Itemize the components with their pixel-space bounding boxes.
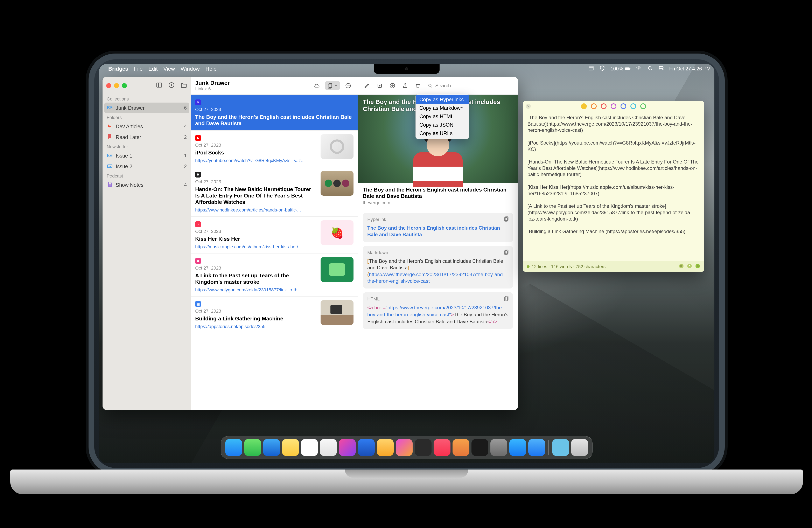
menubar-app-name[interactable]: Bridges — [108, 66, 128, 72]
share-button[interactable] — [400, 81, 410, 90]
dock-app-arc[interactable] — [339, 439, 356, 456]
sidebar-item[interactable]: Show Notes 4 — [103, 180, 191, 190]
bookmark-icon — [107, 133, 113, 141]
sidebar-item[interactable]: Junk Drawer 6 — [104, 102, 189, 113]
more-ellipsis-button[interactable] — [343, 81, 353, 90]
search-icon — [427, 83, 433, 88]
copy-menu-item[interactable]: Copy as JSON — [416, 121, 469, 129]
dock-app-notes[interactable] — [282, 439, 299, 456]
dock-screenshot[interactable] — [552, 439, 569, 456]
dock-trash[interactable] — [571, 439, 588, 456]
list-header: Junk Drawer Links: 6 — [191, 76, 358, 95]
wifi-icon[interactable] — [636, 65, 642, 72]
svg-point-41 — [687, 264, 692, 268]
copy-as-menu[interactable]: Copy as HyperlinksCopy as MarkdownCopy a… — [416, 94, 469, 139]
dock-app-system-settings[interactable] — [490, 439, 507, 456]
menu-file[interactable]: File — [134, 66, 143, 72]
menubar-extra-1-icon[interactable] — [588, 65, 594, 72]
link-row[interactable]: ◆ Oct 27, 2023 A Link to the Past set up… — [191, 254, 358, 297]
new-window-button[interactable] — [374, 81, 385, 90]
stickies-options-icon[interactable]: ⋯ — [696, 104, 701, 109]
stickies-close-button[interactable]: × — [526, 104, 531, 109]
stickies-color-dot[interactable] — [601, 103, 607, 109]
menu-help[interactable]: Help — [205, 66, 216, 72]
dock-app-sketch[interactable] — [377, 439, 394, 456]
copy-menu-item[interactable]: Copy as Hyperlinks — [416, 95, 469, 104]
sidebar-item[interactable]: Issue 1 1 — [103, 150, 191, 161]
youtube-favicon: ▶ — [195, 135, 201, 141]
delete-button[interactable] — [412, 81, 423, 90]
dock-app-reminders[interactable] — [301, 439, 318, 456]
dock[interactable] — [221, 436, 593, 459]
link-list[interactable]: V Oct 27, 2023 The Boy and the Heron's E… — [191, 95, 358, 410]
menubar-datetime[interactable]: Fri Oct 27 4:26 PM — [669, 66, 711, 72]
copy-icon[interactable] — [504, 216, 509, 222]
svg-line-32 — [431, 86, 432, 87]
sidebar-item[interactable]: Issue 2 2 — [103, 161, 191, 172]
dock-app-1password[interactable] — [415, 439, 432, 456]
dock-app-safari[interactable] — [263, 439, 280, 456]
menu-window[interactable]: Window — [180, 66, 200, 72]
share-cloud-button[interactable] — [311, 81, 322, 90]
link-date: Oct 27, 2023 — [195, 179, 317, 185]
stickies-body[interactable]: [The Boy and the Heron's English cast in… — [523, 112, 704, 261]
close-window-button[interactable] — [106, 83, 111, 88]
link-row[interactable]: ▶ Oct 27, 2023 iPod Socks https://youtub… — [191, 131, 358, 167]
markdown-text[interactable]: [The Boy and the Heron's English cast in… — [367, 258, 509, 285]
stickies-color-dot[interactable] — [581, 103, 587, 109]
link-row[interactable]: V Oct 27, 2023 The Boy and the Heron's E… — [191, 95, 358, 131]
link-row[interactable]: ▦ Oct 27, 2023 Building a Link Gathering… — [191, 297, 358, 333]
link-date: Oct 27, 2023 — [195, 143, 317, 148]
stickies-up-icon[interactable] — [687, 263, 692, 270]
menubar-extra-2-icon[interactable] — [599, 65, 605, 72]
dock-app-terminal[interactable] — [472, 439, 488, 456]
tray-icon — [107, 152, 113, 159]
stickies-color-dot[interactable] — [621, 103, 626, 109]
edit-button[interactable] — [362, 81, 372, 90]
copy-menu-item[interactable]: Copy as HTML — [416, 112, 469, 121]
link-url: https://youtube.com/watch?v=G8Rt4qxKMyA&… — [195, 158, 317, 163]
stickies-color-dot[interactable] — [591, 103, 597, 109]
sidebar-item[interactable]: Dev Articles 4 — [103, 121, 191, 132]
battery-status[interactable]: 100% — [610, 66, 630, 72]
open-external-button[interactable] — [387, 81, 398, 90]
sidebar-play-icon[interactable] — [168, 82, 175, 89]
link-row[interactable]: H Oct 27, 2023 Hands-On: The New Baltic … — [191, 167, 358, 217]
dock-app-xcode[interactable] — [358, 439, 375, 456]
stickies-color-dot[interactable] — [640, 103, 646, 109]
spotlight-icon[interactable] — [647, 65, 653, 72]
minimize-window-button[interactable] — [114, 83, 119, 88]
dock-app-pixelmator[interactable] — [396, 439, 412, 456]
sidebar-toggle-icon[interactable] — [156, 82, 162, 89]
stickies-hash-icon[interactable]: # — [679, 263, 684, 270]
search-input[interactable] — [435, 83, 514, 89]
copy-icon[interactable] — [504, 249, 509, 255]
copy-as-button[interactable] — [325, 81, 340, 90]
link-row[interactable]: ♪ Oct 27, 2023 Kiss Her Kiss Her https:/… — [191, 217, 358, 254]
copy-menu-item[interactable]: Copy as URLs — [416, 129, 469, 138]
dock-app-messages[interactable] — [244, 439, 261, 456]
control-center-icon[interactable] — [658, 65, 664, 72]
dock-app-mail[interactable] — [528, 439, 545, 456]
copy-icon[interactable] — [504, 296, 509, 301]
stickies-color-dot[interactable] — [611, 103, 617, 109]
stickies-color-dot[interactable] — [630, 103, 636, 109]
sidebar-folder-add-icon[interactable] — [180, 82, 187, 89]
stickies-window[interactable]: × ⋯ [The Boy and the Heron's English cas… — [523, 101, 704, 272]
dock-app-app-store[interactable] — [509, 439, 526, 456]
dock-app-freeform[interactable] — [320, 439, 337, 456]
sidebar-item[interactable]: Read Later 2 — [103, 132, 191, 143]
menu-view[interactable]: View — [163, 66, 175, 72]
html-text[interactable]: <a href="https://www.theverge.com/2023/1… — [367, 304, 509, 325]
zoom-window-button[interactable] — [122, 83, 127, 88]
dock-app-bridges[interactable] — [452, 439, 469, 456]
stickies-a-icon[interactable]: A — [695, 263, 700, 270]
menu-edit[interactable]: Edit — [148, 66, 158, 72]
dock-app-finder[interactable] — [225, 439, 242, 456]
dock-app-music[interactable] — [434, 439, 450, 456]
swift-icon — [107, 123, 113, 130]
copy-menu-item[interactable]: Copy as Markdown — [416, 104, 469, 112]
link-url: https://www.polygon.com/zelda/23915877/l… — [195, 287, 317, 292]
sidebar-item-label: Dev Articles — [116, 124, 143, 130]
hyperlink-text[interactable]: The Boy and the Heron's English cast inc… — [367, 225, 509, 238]
